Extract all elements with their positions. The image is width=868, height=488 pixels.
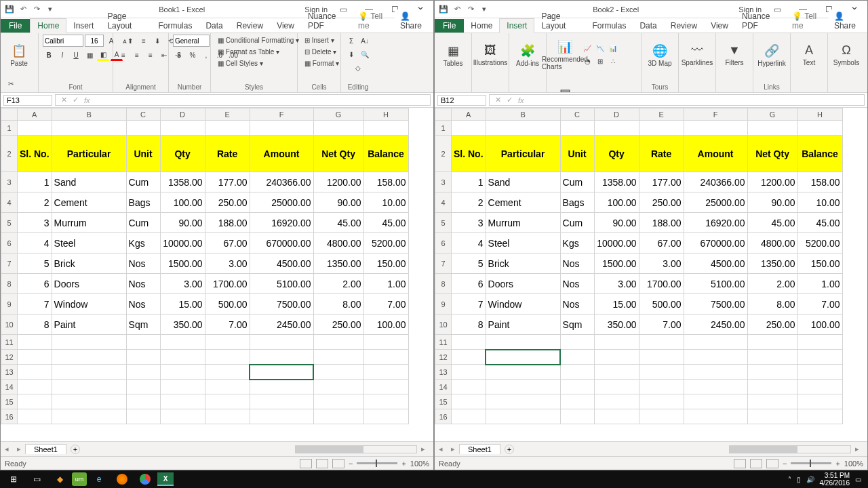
app-icon[interactable]: ◆	[49, 472, 71, 487]
cell[interactable]	[250, 335, 313, 350]
cell[interactable]: Brick	[486, 253, 560, 274]
ribbon-tab[interactable]: View	[270, 19, 301, 33]
cell[interactable]	[486, 394, 560, 409]
cell[interactable]: 670000.00	[684, 233, 747, 253]
cell[interactable]: 2	[452, 192, 486, 213]
addins-button[interactable]: 🧩Add-ins	[513, 35, 542, 75]
cell[interactable]: Nos	[560, 253, 594, 274]
cell[interactable]	[363, 380, 408, 394]
zoom-level[interactable]: 100%	[410, 460, 429, 468]
cell[interactable]	[684, 409, 747, 424]
cell[interactable]: 25000.00	[250, 192, 313, 213]
cell[interactable]	[18, 350, 52, 365]
row-header[interactable]: 9	[1, 294, 18, 314]
cell[interactable]: Nos	[560, 294, 594, 314]
cell[interactable]: 5100.00	[250, 274, 313, 294]
cell[interactable]: 1350.00	[747, 253, 797, 274]
cell[interactable]: 350.00	[594, 314, 639, 335]
normal-view-icon[interactable]	[734, 459, 746, 468]
cell[interactable]	[18, 394, 52, 409]
cell[interactable]	[313, 335, 363, 350]
col-header[interactable]: E	[639, 108, 684, 121]
ribbon-tab[interactable]: Home	[464, 19, 499, 33]
cell[interactable]	[684, 394, 747, 409]
font-select[interactable]	[43, 35, 83, 47]
excel-icon[interactable]: X	[157, 472, 174, 486]
col-header[interactable]: A	[18, 108, 52, 121]
cell[interactable]: 7.00	[639, 314, 684, 335]
cancel-icon[interactable]: ✕	[61, 96, 67, 104]
clear-icon[interactable]: ◇	[352, 62, 364, 74]
col-header[interactable]: D	[160, 108, 205, 121]
cell[interactable]	[560, 394, 594, 409]
cell[interactable]	[594, 350, 639, 365]
row-header[interactable]: 16	[435, 409, 452, 424]
cell[interactable]	[797, 335, 842, 350]
cell[interactable]: Window	[52, 294, 126, 314]
cell[interactable]	[52, 365, 126, 380]
cell[interactable]	[560, 121, 594, 136]
name-box[interactable]	[437, 95, 486, 106]
cell[interactable]	[313, 394, 363, 409]
cell[interactable]	[747, 335, 797, 350]
cell[interactable]: Murrum	[52, 213, 126, 233]
cell[interactable]: 1358.00	[160, 172, 205, 192]
cell[interactable]: 250.00	[747, 314, 797, 335]
row-header[interactable]: 15	[1, 394, 18, 409]
cell[interactable]: Bags	[126, 192, 160, 213]
row-header[interactable]: 11	[1, 335, 18, 350]
cell[interactable]: 1.00	[797, 274, 842, 294]
cell[interactable]	[126, 335, 160, 350]
paste-button[interactable]: 📋Paste	[5, 35, 33, 75]
redo-icon[interactable]: ↷	[466, 5, 475, 14]
autosum-icon[interactable]: Σ	[345, 35, 357, 47]
new-sheet-button[interactable]: +	[71, 445, 80, 454]
col-header[interactable]: B	[486, 108, 560, 121]
cell[interactable]	[160, 409, 205, 424]
ribbon-tab[interactable]: Page Layout	[100, 9, 151, 33]
text-button[interactable]: AText	[795, 35, 823, 75]
cell[interactable]: Cum	[126, 172, 160, 192]
tell-me[interactable]: 💡 Tell me	[787, 9, 829, 33]
format-cells[interactable]: ▦ Format ▾	[302, 58, 342, 68]
cell[interactable]	[639, 394, 684, 409]
row-header[interactable]: 7	[435, 253, 452, 274]
row-header[interactable]: 14	[435, 380, 452, 394]
cell[interactable]	[52, 350, 126, 365]
cell[interactable]	[313, 121, 363, 136]
task-view-icon[interactable]: ▭	[26, 472, 47, 487]
col-header[interactable]: F	[684, 108, 747, 121]
cell[interactable]	[18, 380, 52, 394]
cell[interactable]: Cum	[560, 172, 594, 192]
row-header[interactable]: 15	[435, 394, 452, 409]
zoom-level[interactable]: 100%	[844, 460, 863, 468]
cell[interactable]: 8.00	[747, 294, 797, 314]
ribbon-tab[interactable]: Data	[633, 19, 663, 33]
col-header[interactable]: D	[594, 108, 639, 121]
cell[interactable]: 5200.00	[797, 233, 842, 253]
cell[interactable]: 10.00	[363, 192, 408, 213]
cell[interactable]	[486, 409, 560, 424]
cell[interactable]	[52, 380, 126, 394]
ribbon-tab[interactable]: Nuance PDF	[735, 9, 787, 33]
ribbon-tab[interactable]: Formulas	[585, 19, 633, 33]
cell[interactable]	[126, 350, 160, 365]
cell[interactable]	[52, 394, 126, 409]
cell[interactable]	[313, 380, 363, 394]
format-as-table[interactable]: ▦ Format as Table ▾	[215, 46, 282, 57]
qat-customize-icon[interactable]: ▾	[45, 5, 55, 14]
align-right-icon[interactable]: ≡	[144, 49, 157, 61]
horizontal-scrollbar[interactable]	[729, 445, 851, 453]
cell[interactable]: Nos	[126, 253, 160, 274]
col-header[interactable]: H	[797, 108, 842, 121]
col-header[interactable]: G	[747, 108, 797, 121]
cell[interactable]: 6	[18, 274, 52, 294]
cell[interactable]: Nos	[126, 274, 160, 294]
chart-icon[interactable]: ◔	[581, 56, 593, 68]
cell[interactable]: 158.00	[797, 172, 842, 192]
currency-icon[interactable]: $	[173, 49, 185, 61]
chart-icon[interactable]: 📈	[581, 43, 593, 55]
zoom-in-icon[interactable]: +	[401, 460, 406, 468]
row-header[interactable]: 4	[435, 192, 452, 213]
cell[interactable]	[797, 394, 842, 409]
